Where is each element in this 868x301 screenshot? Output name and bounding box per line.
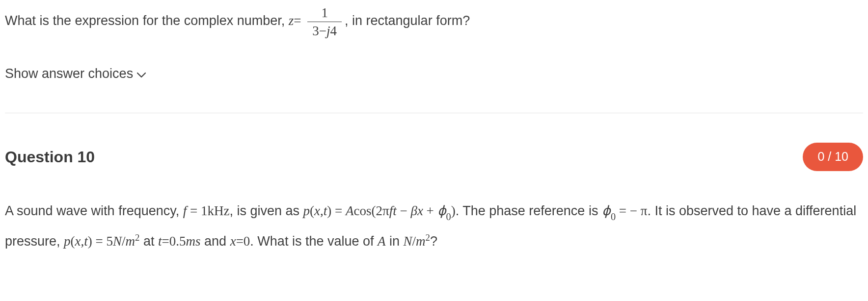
show-answer-choices-button[interactable]: Show answer choices xyxy=(5,64,146,84)
var-z: z xyxy=(289,13,294,28)
fraction: 1 3−j4 xyxy=(307,5,342,39)
q9-text-after: , in rectangular form? xyxy=(345,13,470,28)
question-10-text: A sound wave with frequency, f = 1kHz, i… xyxy=(5,196,863,256)
question-9-text: What is the expression for the complex n… xyxy=(5,5,863,39)
score-badge: 0 / 10 xyxy=(803,143,863,171)
show-choices-label: Show answer choices xyxy=(5,64,133,84)
question-divider xyxy=(5,113,863,113)
fraction-denominator: 3−j4 xyxy=(307,22,342,39)
question-10-heading: Question 10 xyxy=(5,145,95,169)
q9-text-before: What is the expression for the complex n… xyxy=(5,13,289,28)
fraction-numerator: 1 xyxy=(307,5,342,22)
chevron-down-icon xyxy=(137,64,146,84)
question-10-header: Question 10 0 / 10 xyxy=(5,143,863,171)
